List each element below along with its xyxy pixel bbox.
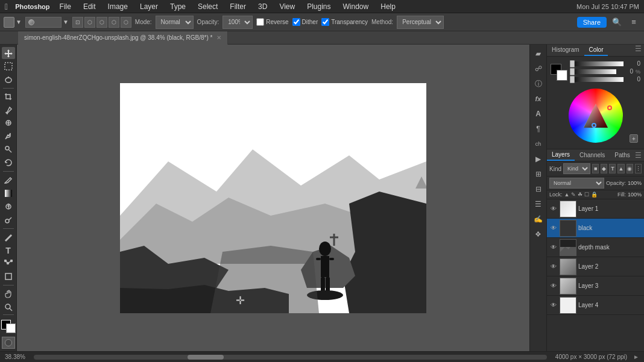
pixel-filter-icon[interactable]: ■ xyxy=(592,164,599,173)
shape-filter-icon[interactable]: ▲ xyxy=(617,164,624,173)
transparency-checkbox[interactable] xyxy=(321,18,329,26)
color-panel-menu[interactable]: ☰ xyxy=(635,45,642,56)
layer-visibility-1[interactable]: 👁 xyxy=(549,205,558,213)
hand-tool[interactable] xyxy=(2,288,15,300)
mode-icon-3[interactable]: ⬡ xyxy=(96,17,107,28)
smartobj-filter-icon[interactable]: ◉ xyxy=(627,164,633,173)
scroll-bar[interactable] xyxy=(34,355,547,360)
menu-filter[interactable]: Filter xyxy=(227,1,248,12)
table-icon[interactable]: ⊟ xyxy=(532,183,545,196)
brush-settings-icon[interactable]: ✍ xyxy=(532,213,545,226)
reverse-checkbox[interactable] xyxy=(256,18,264,26)
layer-visibility-3[interactable]: 👁 xyxy=(549,243,558,252)
zoom-tool[interactable] xyxy=(2,301,15,313)
type-panel-icon[interactable]: A xyxy=(532,107,545,120)
menu-window[interactable]: Window xyxy=(341,1,371,12)
type-tool[interactable]: T xyxy=(2,245,15,257)
canvas-area[interactable]: ✛ xyxy=(17,45,529,351)
menu-view[interactable]: View xyxy=(277,1,297,12)
move-tool[interactable] xyxy=(2,47,15,59)
menu-image[interactable]: Image xyxy=(106,1,130,12)
clone-stamp-tool[interactable] xyxy=(2,143,15,155)
layer-item[interactable]: 👁 Layer 3 xyxy=(547,276,644,296)
histogram-tab[interactable]: Histogram xyxy=(547,45,584,56)
sat-slider-track[interactable] xyxy=(570,69,616,74)
close-tab-icon[interactable]: ✕ xyxy=(216,34,221,41)
brush-tool[interactable] xyxy=(2,130,15,142)
menu-3d[interactable]: 3D xyxy=(256,1,270,12)
hue-slider-track[interactable] xyxy=(570,61,623,66)
grid-icon[interactable]: ⊞ xyxy=(532,167,545,181)
lasso-tool[interactable] xyxy=(2,73,15,86)
foreground-background-swatches[interactable] xyxy=(1,320,16,333)
bright-slider-track[interactable] xyxy=(570,77,623,82)
menu-layer[interactable]: Layer xyxy=(137,1,160,12)
history-brush-tool[interactable] xyxy=(2,157,15,169)
menu-file[interactable]: File xyxy=(57,1,74,12)
layer-item[interactable]: 👁 depth mask xyxy=(547,238,644,257)
layer-item[interactable]: 👁 black xyxy=(547,219,644,238)
workspace-icon[interactable]: ▰ xyxy=(532,47,545,60)
magnify-icon[interactable]: ☍ xyxy=(532,62,545,75)
brush-preset[interactable]: ▼ xyxy=(25,17,69,28)
paths-tab[interactable]: Paths xyxy=(610,150,635,160)
bars-icon[interactable]: ☰ xyxy=(532,198,545,211)
layer-item[interactable]: 👁 Layer 1 xyxy=(547,199,644,219)
adjustment-icon[interactable]: ❖ xyxy=(532,228,545,241)
lock-position-icon[interactable]: ☘ xyxy=(578,192,582,198)
layer-visibility-2[interactable]: 👁 xyxy=(549,224,558,232)
filter-toggle[interactable]: ⋮ xyxy=(635,164,642,173)
menu-edit[interactable]: Edit xyxy=(81,1,98,12)
mode-select[interactable]: Normal xyxy=(156,16,194,29)
selection-tool[interactable] xyxy=(2,60,15,72)
crop-tool[interactable] xyxy=(2,91,15,103)
dodge-tool[interactable] xyxy=(2,214,15,226)
mode-icon-5[interactable]: ⬡ xyxy=(121,17,131,28)
options-menu-icon[interactable]: ≡ xyxy=(627,16,640,29)
menu-help[interactable]: Help xyxy=(378,1,398,12)
kind-select[interactable]: Kind xyxy=(563,163,590,174)
spot-healing-tool[interactable] xyxy=(2,117,15,130)
type-filter-icon[interactable]: T xyxy=(609,164,616,173)
paragraph-icon[interactable]: ¶ xyxy=(532,122,545,136)
background-swatch[interactable] xyxy=(6,323,16,333)
eyedropper-tool[interactable] xyxy=(2,104,15,116)
blend-mode-select[interactable]: Normal xyxy=(549,178,604,189)
layer-item[interactable]: 👁 Layer 4 xyxy=(547,296,644,315)
layers-tab[interactable]: Layers xyxy=(547,149,575,161)
layer-item[interactable]: 👁 Layer 2 xyxy=(547,257,644,276)
menu-select[interactable]: Select xyxy=(195,1,220,12)
layer-visibility-6[interactable]: 👁 xyxy=(549,301,558,310)
menu-type[interactable]: Type xyxy=(168,1,188,12)
document-tab[interactable]: simon-english-48nerZQCHgo-unsplash.jpg @… xyxy=(18,31,228,45)
color-tab[interactable]: Color xyxy=(584,45,608,56)
dither-checkbox[interactable] xyxy=(292,18,300,26)
add-color-button[interactable]: + xyxy=(630,134,638,143)
method-select[interactable]: Perceptual xyxy=(397,16,444,29)
opacity-select[interactable]: 100% xyxy=(223,16,253,29)
character-icon[interactable]: ch xyxy=(532,137,545,151)
path-selection-tool[interactable] xyxy=(2,258,15,270)
quick-mask-btn[interactable] xyxy=(2,337,15,349)
pen-tool[interactable] xyxy=(2,231,15,243)
panel-bg-swatch[interactable] xyxy=(557,70,567,81)
share-button[interactable]: Share xyxy=(577,17,607,28)
color-wheel[interactable] xyxy=(569,89,623,143)
adjustment-filter-icon[interactable]: ◆ xyxy=(601,164,607,173)
fx-icon[interactable]: fx xyxy=(532,92,545,105)
gradient-tool[interactable] xyxy=(2,187,15,199)
channels-tab[interactable]: Channels xyxy=(575,150,610,160)
layer-visibility-4[interactable]: 👁 xyxy=(549,263,558,271)
search-icon[interactable]: 🔍 xyxy=(610,16,623,29)
layers-panel-menu[interactable]: ☰ xyxy=(635,151,642,160)
lock-brush-icon[interactable]: ✎ xyxy=(571,192,576,198)
lock-transparency-icon[interactable]: ▲ xyxy=(564,192,570,198)
blur-tool[interactable] xyxy=(2,201,15,213)
eraser-tool[interactable] xyxy=(2,174,15,186)
lock-artboard-icon[interactable]: ☐ xyxy=(584,192,589,198)
color-wheel-container[interactable]: + xyxy=(551,86,640,145)
layer-visibility-5[interactable]: 👁 xyxy=(549,282,558,290)
lock-all-icon[interactable]: 🔒 xyxy=(591,192,598,198)
menu-plugins[interactable]: Plugins xyxy=(305,1,333,12)
shape-tool[interactable] xyxy=(2,270,15,282)
